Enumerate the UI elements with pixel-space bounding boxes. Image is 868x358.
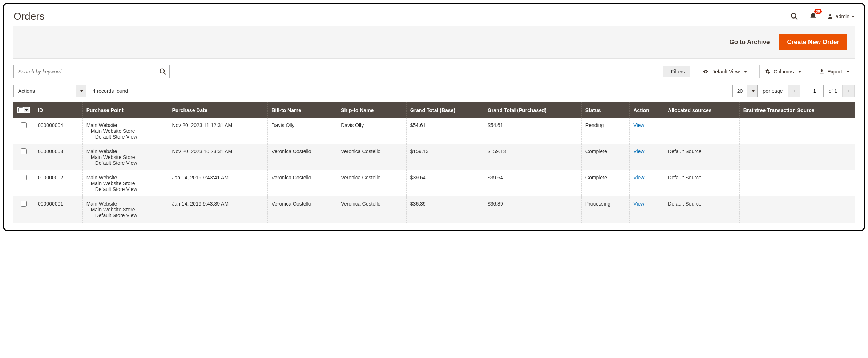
- col-grand-total-purchased[interactable]: Grand Total (Purchased): [484, 102, 581, 118]
- cell-gt-base: $54.61: [406, 118, 484, 144]
- export-icon: [819, 69, 825, 75]
- table-row: 000000001Main WebsiteMain Website StoreD…: [13, 196, 855, 223]
- cell-action: View: [630, 144, 664, 170]
- cell-id: 000000004: [34, 118, 83, 144]
- cell-braintree: [739, 144, 855, 170]
- filters-button[interactable]: Filters: [663, 66, 690, 77]
- cell-allocated-sources: Default Source: [664, 196, 740, 223]
- cell-allocated-sources: Default Source: [664, 144, 740, 170]
- cell-purchase-point: Main WebsiteMain Website StoreDefault St…: [82, 170, 168, 196]
- user-menu[interactable]: admin: [827, 13, 855, 20]
- eye-icon: [703, 69, 708, 75]
- user-label: admin: [836, 13, 849, 19]
- col-grand-total-base[interactable]: Grand Total (Base): [406, 102, 484, 118]
- search-icon[interactable]: [789, 11, 799, 21]
- cell-allocated-sources: Default Source: [664, 170, 740, 196]
- row-checkbox[interactable]: [21, 122, 27, 128]
- cell-braintree: [739, 118, 855, 144]
- cell-id: 000000003: [34, 144, 83, 170]
- cell-gt-base: $159.13: [406, 144, 484, 170]
- export-button[interactable]: Export: [814, 65, 855, 78]
- col-id[interactable]: ID: [34, 102, 83, 118]
- col-checkbox: [13, 102, 34, 118]
- cell-status: Complete: [581, 170, 629, 196]
- notifications-icon[interactable]: 39: [808, 11, 818, 21]
- col-ship-to[interactable]: Ship-to Name: [337, 102, 407, 118]
- view-link[interactable]: View: [633, 122, 644, 128]
- col-purchase-date[interactable]: Purchase Date ↑: [168, 102, 268, 118]
- actions-dropdown[interactable]: Actions: [13, 85, 86, 97]
- cell-gt-purchased: $36.39: [484, 196, 581, 223]
- columns-button[interactable]: Columns: [759, 65, 806, 78]
- default-view-button[interactable]: Default View: [698, 65, 752, 78]
- page-title: Orders: [13, 11, 45, 22]
- search-input[interactable]: [14, 69, 156, 75]
- row-checkbox[interactable]: [21, 175, 27, 180]
- cell-bill-to: Veronica Costello: [268, 170, 337, 196]
- cell-id: 000000002: [34, 170, 83, 196]
- col-braintree[interactable]: Braintree Transaction Source: [739, 102, 855, 118]
- notification-badge: 39: [814, 9, 822, 14]
- table-row: 000000004Main WebsiteMain Website StoreD…: [13, 118, 855, 144]
- cell-action: View: [630, 170, 664, 196]
- current-page-input[interactable]: [806, 85, 824, 97]
- select-all-input[interactable]: [18, 107, 23, 112]
- go-to-archive-button[interactable]: Go to Archive: [730, 39, 770, 46]
- row-checkbox[interactable]: [21, 148, 27, 154]
- cell-bill-to: Veronica Costello: [268, 196, 337, 223]
- page-of-label: of 1: [829, 88, 837, 94]
- svg-line-1: [795, 17, 798, 20]
- create-new-order-button[interactable]: Create New Order: [779, 34, 847, 50]
- col-bill-to[interactable]: Bill-to Name: [268, 102, 337, 118]
- cell-allocated-sources: [664, 118, 740, 144]
- col-action[interactable]: Action: [630, 102, 664, 118]
- per-page-label: per page: [763, 88, 783, 94]
- table-row: 000000002Main WebsiteMain Website StoreD…: [13, 170, 855, 196]
- col-status[interactable]: Status: [581, 102, 629, 118]
- cell-bill-to: Veronica Costello: [268, 144, 337, 170]
- cell-braintree: [739, 170, 855, 196]
- page-header: Orders 39 admin: [4, 4, 864, 26]
- col-purchase-point[interactable]: Purchase Point: [82, 102, 168, 118]
- prev-page-button[interactable]: [788, 85, 800, 97]
- cell-purchase-date: Jan 14, 2019 9:43:41 AM: [168, 170, 268, 196]
- grid-controls: Actions 4 records found 20 per page of 1: [4, 83, 864, 102]
- svg-point-3: [160, 69, 165, 73]
- cell-ship-to: Veronica Costello: [337, 170, 407, 196]
- svg-point-0: [791, 13, 796, 18]
- row-checkbox[interactable]: [21, 201, 27, 207]
- select-all-checkbox[interactable]: [17, 107, 30, 113]
- cell-id: 000000001: [34, 196, 83, 223]
- cell-bill-to: Davis Olly: [268, 118, 337, 144]
- sort-asc-icon: ↑: [262, 108, 264, 113]
- chevron-down-icon: [76, 85, 86, 97]
- cell-purchase-point: Main WebsiteMain Website StoreDefault St…: [82, 118, 168, 144]
- export-label: Export: [828, 69, 842, 75]
- cell-gt-purchased: $54.61: [484, 118, 581, 144]
- actions-label: Actions: [14, 88, 76, 94]
- page-size-dropdown[interactable]: 20: [732, 85, 758, 97]
- cell-purchase-date: Jan 14, 2019 9:43:39 AM: [168, 196, 268, 223]
- next-page-button[interactable]: [842, 85, 855, 97]
- page-size-value: 20: [733, 88, 747, 94]
- view-link[interactable]: View: [633, 148, 644, 154]
- cell-ship-to: Veronica Costello: [337, 196, 407, 223]
- action-bar: Go to Archive Create New Order: [13, 26, 855, 59]
- cell-action: View: [630, 118, 664, 144]
- search-submit-icon[interactable]: [156, 68, 169, 75]
- chevron-down-icon: [747, 85, 757, 97]
- svg-point-2: [829, 14, 831, 16]
- chevron-down-icon[interactable]: [24, 107, 29, 112]
- chevron-down-icon: [744, 71, 747, 73]
- col-allocated-sources[interactable]: Allocated sources: [664, 102, 740, 118]
- columns-label: Columns: [774, 69, 794, 75]
- cell-purchase-date: Nov 20, 2023 10:23:31 AM: [168, 144, 268, 170]
- chevron-down-icon: [852, 16, 855, 17]
- table-row: 000000003Main WebsiteMain Website StoreD…: [13, 144, 855, 170]
- cell-gt-purchased: $39.64: [484, 170, 581, 196]
- view-link[interactable]: View: [633, 201, 644, 207]
- filters-label: Filters: [671, 69, 685, 75]
- view-link[interactable]: View: [633, 175, 644, 180]
- cell-purchase-point: Main WebsiteMain Website StoreDefault St…: [82, 196, 168, 223]
- cell-gt-base: $36.39: [406, 196, 484, 223]
